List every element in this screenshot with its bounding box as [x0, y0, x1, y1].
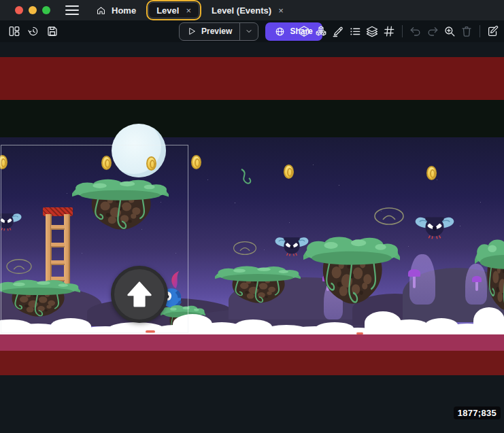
edit-pencil-icon[interactable]	[330, 23, 346, 39]
zoom-in-icon[interactable]	[441, 23, 458, 39]
cloud	[389, 319, 430, 334]
play-icon	[187, 27, 197, 36]
toolbar-divider	[402, 25, 403, 37]
active-tab-highlight: Level ×	[146, 0, 201, 20]
cursor-coordinates-badge: 1877;835	[454, 406, 501, 419]
wireframe-eye-sprite[interactable]	[373, 207, 405, 226]
floating-island-sprite[interactable]	[215, 265, 301, 307]
preview-options-button[interactable]	[240, 23, 258, 40]
panels-icon[interactable]	[6, 23, 22, 39]
titlebar: Home Level × Level (Events) ×	[0, 0, 504, 20]
zoom-window-button[interactable]	[42, 6, 50, 14]
close-tab-icon[interactable]: ×	[278, 5, 284, 16]
history-icon[interactable]	[25, 23, 41, 39]
scene-editor-canvas[interactable]: 1877;835	[0, 42, 504, 433]
grid-icon[interactable]	[381, 23, 397, 39]
wireframe-eye-sprite[interactable]	[233, 241, 257, 256]
instances-list-icon[interactable]	[347, 23, 363, 39]
object-groups-icon[interactable]	[313, 23, 329, 39]
tab-label: Level	[156, 5, 179, 16]
scene-bottom-red-band	[0, 351, 504, 375]
scene-dark-band	[0, 100, 504, 137]
close-window-button[interactable]	[15, 6, 23, 14]
stars	[0, 137, 1, 138]
undo-icon[interactable]	[407, 23, 424, 39]
tab-label: Level (Events)	[212, 5, 271, 16]
trash-icon[interactable]	[458, 23, 475, 39]
toolbar: Preview Share	[0, 20, 504, 42]
chevron-down-icon	[245, 27, 253, 35]
toolbar-left-group	[6, 20, 61, 42]
gdevelop-window: Home Level × Level (Events) ×	[0, 0, 504, 433]
minimize-window-button[interactable]	[29, 6, 37, 14]
main-menu-icon[interactable]	[65, 5, 79, 15]
flying-enemy-sprite[interactable]	[415, 211, 454, 241]
vine-sprite[interactable]	[238, 169, 253, 188]
ground-decoration	[356, 332, 363, 334]
layers-icon[interactable]	[364, 23, 380, 39]
flying-enemy-sprite[interactable]	[275, 231, 309, 258]
close-tab-icon[interactable]: ×	[186, 5, 191, 16]
coin-sprite[interactable]	[284, 164, 294, 179]
preview-split-button: Preview	[179, 22, 258, 41]
pink-ground-band	[0, 334, 504, 351]
globe-icon	[275, 27, 285, 37]
tab-bar: Home Level × Level (Events) ×	[88, 0, 291, 20]
redo-icon[interactable]	[424, 23, 441, 39]
camera-frame-border	[1, 145, 188, 333]
mushroom-sprite[interactable]	[408, 269, 420, 288]
floating-island-sprite[interactable]	[303, 235, 400, 311]
coin-sprite[interactable]	[191, 155, 201, 169]
toolbar-right-group	[296, 20, 501, 42]
tab-label: Home	[112, 5, 136, 16]
edit-scene-icon[interactable]	[485, 23, 501, 39]
cloud	[487, 318, 504, 334]
scene-top-red-band	[0, 57, 504, 100]
floating-island-sprite[interactable]	[475, 238, 504, 318]
preview-label: Preview	[201, 27, 232, 36]
tab-level[interactable]: Level ×	[148, 2, 199, 18]
tab-home[interactable]: Home	[88, 2, 144, 18]
coin-sprite[interactable]	[426, 166, 437, 180]
window-controls	[15, 6, 50, 14]
toolbar-divider	[480, 25, 480, 37]
save-icon[interactable]	[44, 23, 61, 39]
tab-level-events[interactable]: Level (Events) ×	[204, 2, 291, 18]
preview-button[interactable]: Preview	[180, 27, 239, 36]
objects-3d-icon[interactable]	[296, 23, 312, 39]
home-icon	[96, 5, 106, 16]
